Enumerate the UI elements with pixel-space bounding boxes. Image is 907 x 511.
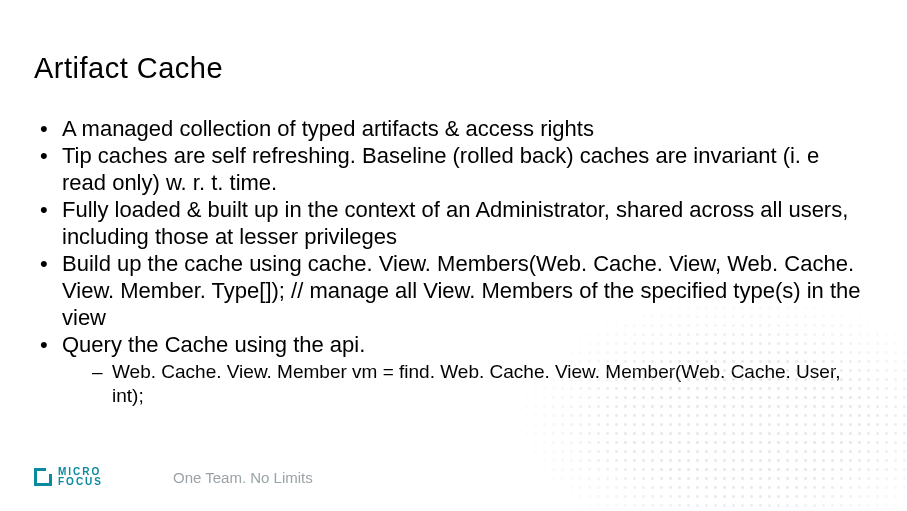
list-item: A managed collection of typed artifacts …	[34, 115, 867, 142]
list-item: Build up the cache using cache. View. Me…	[34, 250, 867, 331]
bullet-text: Fully loaded & built up in the context o…	[62, 197, 848, 249]
logo-line-2: FOCUS	[58, 477, 103, 487]
list-item: Fully loaded & built up in the context o…	[34, 196, 867, 250]
slide-content: A managed collection of typed artifacts …	[34, 115, 867, 408]
footer-tagline: One Team. No Limits	[173, 469, 313, 486]
slide: Artifact Cache A managed collection of t…	[0, 0, 907, 511]
sub-list-item: Web. Cache. View. Member vm = find. Web.…	[90, 360, 867, 408]
logo-icon	[34, 468, 52, 486]
bullet-text: Tip caches are self refreshing. Baseline…	[62, 143, 819, 195]
list-item: Query the Cache using the api. Web. Cach…	[34, 331, 867, 408]
micro-focus-logo: MICRO FOCUS	[34, 467, 103, 487]
footer: MICRO FOCUS One Team. No Limits	[34, 467, 313, 487]
bullet-text: Build up the cache using cache. View. Me…	[62, 251, 861, 330]
slide-title: Artifact Cache	[34, 52, 223, 85]
list-item: Tip caches are self refreshing. Baseline…	[34, 142, 867, 196]
bullet-list: A managed collection of typed artifacts …	[34, 115, 867, 408]
bullet-text: Query the Cache using the api.	[62, 332, 365, 357]
sub-bullet-text: Web. Cache. View. Member vm = find. Web.…	[112, 361, 840, 406]
bullet-text: A managed collection of typed artifacts …	[62, 116, 594, 141]
sub-bullet-list: Web. Cache. View. Member vm = find. Web.…	[62, 360, 867, 408]
logo-text: MICRO FOCUS	[58, 467, 103, 487]
